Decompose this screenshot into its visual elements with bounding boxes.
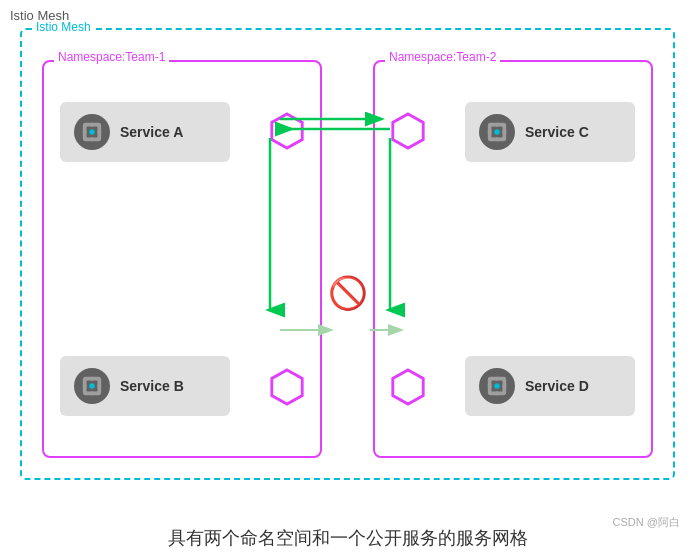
svg-marker-14 (272, 114, 302, 148)
service-c-icon (479, 114, 515, 150)
svg-rect-26 (496, 377, 499, 381)
svg-marker-15 (272, 370, 302, 404)
service-d-icon (479, 368, 515, 404)
caption: 具有两个命名空间和一个公开服务的服务网格 (0, 526, 695, 550)
svg-rect-3 (91, 123, 94, 127)
svg-rect-21 (488, 131, 492, 134)
service-a-name: Service A (120, 124, 183, 140)
proxy-a (268, 112, 306, 150)
svg-rect-13 (98, 385, 102, 388)
svg-point-9 (89, 383, 95, 389)
service-d-card: Service D (465, 356, 635, 416)
svg-point-18 (494, 129, 500, 135)
svg-rect-6 (98, 131, 102, 134)
svg-rect-20 (496, 138, 499, 142)
istio-mesh-box: Istio Mesh Namespace:Team-1 Service A (20, 28, 675, 480)
watermark: CSDN @阿白 (613, 515, 680, 530)
namespace-team2-label: Namespace:Team-2 (385, 50, 500, 64)
service-b-card: Service B (60, 356, 230, 416)
service-b-icon (74, 368, 110, 404)
svg-marker-31 (393, 370, 423, 404)
svg-rect-19 (496, 123, 499, 127)
service-a-icon (74, 114, 110, 150)
block-symbol: 🚫 (328, 274, 368, 312)
svg-rect-12 (83, 385, 87, 388)
svg-marker-30 (393, 114, 423, 148)
namespace-team1: Namespace:Team-1 Service A (42, 60, 322, 458)
svg-rect-22 (503, 131, 507, 134)
namespace-team2: Namespace:Team-2 Service C (373, 60, 653, 458)
svg-rect-10 (91, 377, 94, 381)
service-c-card: Service C (465, 102, 635, 162)
proxy-c (389, 112, 427, 150)
proxy-b (268, 368, 306, 406)
svg-rect-28 (488, 385, 492, 388)
svg-rect-5 (83, 131, 87, 134)
service-b-name: Service B (120, 378, 184, 394)
namespace-team1-label: Namespace:Team-1 (54, 50, 169, 64)
svg-rect-4 (91, 138, 94, 142)
svg-rect-11 (91, 392, 94, 396)
svg-point-2 (89, 129, 95, 135)
service-d-name: Service D (525, 378, 589, 394)
service-c-name: Service C (525, 124, 589, 140)
svg-point-25 (494, 383, 500, 389)
proxy-d (389, 368, 427, 406)
mesh-label: Istio Mesh (32, 20, 95, 34)
svg-rect-29 (503, 385, 507, 388)
svg-rect-27 (496, 392, 499, 396)
caption-text: 具有两个命名空间和一个公开服务的服务网格 (168, 528, 528, 548)
service-a-card: Service A (60, 102, 230, 162)
